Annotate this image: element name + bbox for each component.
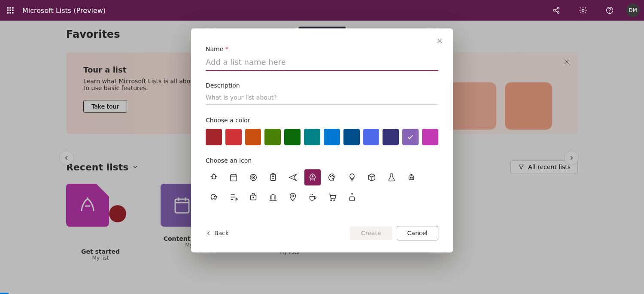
location-icon-option[interactable] bbox=[285, 189, 301, 205]
svg-point-14 bbox=[610, 12, 610, 12]
clipboard-icon-option[interactable] bbox=[265, 169, 281, 185]
name-field-label: Name * bbox=[206, 45, 438, 52]
svg-rect-2 bbox=[12, 7, 13, 9]
svg-rect-26 bbox=[409, 176, 414, 179]
svg-rect-16 bbox=[231, 174, 237, 181]
color-swatch-green[interactable] bbox=[264, 129, 281, 145]
choose-color-label: Choose a color bbox=[206, 117, 438, 124]
dialog-close-button[interactable] bbox=[433, 34, 446, 47]
coffee-icon-option[interactable] bbox=[304, 189, 321, 205]
svg-rect-1 bbox=[9, 7, 11, 9]
color-swatch-purple[interactable] bbox=[402, 129, 419, 145]
app-launcher-icon[interactable] bbox=[4, 4, 16, 16]
svg-point-9 bbox=[553, 9, 555, 11]
calendar-icon-option[interactable] bbox=[225, 169, 242, 185]
color-swatch-red[interactable] bbox=[225, 129, 242, 145]
choose-icon-label: Choose an icon bbox=[206, 157, 438, 164]
cart-icon-option[interactable] bbox=[324, 189, 340, 205]
svg-point-31 bbox=[292, 195, 294, 197]
airplane-icon-option[interactable] bbox=[285, 169, 301, 185]
svg-point-33 bbox=[334, 200, 335, 201]
target-icon-option[interactable] bbox=[245, 169, 261, 185]
close-icon bbox=[436, 37, 443, 44]
color-swatch-orange[interactable] bbox=[245, 129, 261, 145]
palette-icon-option[interactable] bbox=[324, 169, 340, 185]
svg-point-29 bbox=[214, 196, 215, 197]
svg-point-23 bbox=[330, 176, 331, 177]
description-input[interactable] bbox=[206, 91, 438, 105]
name-label-text: Name bbox=[206, 45, 223, 52]
chevron-left-icon bbox=[206, 230, 212, 236]
svg-rect-5 bbox=[12, 9, 13, 11]
lightbulb-icon-option[interactable] bbox=[344, 169, 360, 185]
create-list-dialog: Name * Description Choose a color Choose… bbox=[191, 28, 453, 252]
color-swatch-teal[interactable] bbox=[304, 129, 320, 145]
svg-point-27 bbox=[410, 177, 411, 178]
cancel-button[interactable]: Cancel bbox=[397, 226, 438, 240]
svg-rect-0 bbox=[7, 7, 9, 9]
svg-rect-7 bbox=[9, 12, 11, 13]
color-picker bbox=[206, 129, 438, 145]
svg-rect-8 bbox=[12, 12, 13, 13]
app-header: Microsoft Lists (Preview) DM bbox=[0, 0, 644, 21]
app-title: Microsoft Lists (Preview) bbox=[22, 6, 106, 15]
cube-icon-option[interactable] bbox=[364, 169, 380, 185]
svg-point-28 bbox=[412, 177, 413, 178]
svg-point-32 bbox=[331, 200, 332, 201]
settings-icon[interactable] bbox=[573, 0, 593, 21]
svg-point-19 bbox=[253, 177, 254, 178]
name-input[interactable] bbox=[206, 55, 438, 71]
piggybank-icon-option[interactable] bbox=[206, 189, 222, 205]
description-field-label: Description bbox=[206, 82, 438, 89]
create-button[interactable]: Create bbox=[350, 226, 392, 240]
color-swatch-pink[interactable] bbox=[422, 129, 438, 145]
user-avatar[interactable]: DM bbox=[626, 3, 640, 17]
svg-point-22 bbox=[312, 176, 313, 177]
color-swatch-lavender[interactable] bbox=[363, 129, 380, 145]
svg-point-11 bbox=[557, 12, 559, 13]
playlist-icon-option[interactable] bbox=[225, 189, 242, 205]
color-swatch-dark-red[interactable] bbox=[206, 129, 222, 145]
robot-icon-option[interactable] bbox=[403, 169, 419, 185]
color-swatch-navy[interactable] bbox=[383, 129, 399, 145]
bug-icon-option[interactable] bbox=[206, 169, 222, 185]
cake-icon-option[interactable] bbox=[344, 189, 360, 205]
back-button-label: Back bbox=[214, 230, 229, 236]
color-swatch-dark-blue[interactable] bbox=[343, 129, 360, 145]
svg-rect-4 bbox=[9, 9, 11, 11]
svg-rect-3 bbox=[7, 9, 9, 11]
color-swatch-blue[interactable] bbox=[324, 129, 340, 145]
medical-icon-option[interactable] bbox=[245, 189, 261, 205]
svg-point-12 bbox=[582, 9, 584, 12]
share-icon[interactable] bbox=[546, 0, 567, 21]
svg-point-25 bbox=[334, 176, 334, 177]
icon-picker bbox=[206, 169, 438, 205]
help-icon[interactable] bbox=[599, 0, 620, 21]
svg-rect-6 bbox=[7, 12, 9, 13]
bank-icon-option[interactable] bbox=[265, 189, 281, 205]
svg-point-10 bbox=[557, 7, 559, 9]
color-swatch-dark-green[interactable] bbox=[284, 129, 301, 145]
rocket-icon-option[interactable] bbox=[304, 169, 321, 185]
svg-point-24 bbox=[332, 175, 333, 176]
required-marker: * bbox=[225, 45, 228, 52]
beaker-icon-option[interactable] bbox=[383, 169, 400, 185]
back-button[interactable]: Back bbox=[206, 230, 229, 236]
